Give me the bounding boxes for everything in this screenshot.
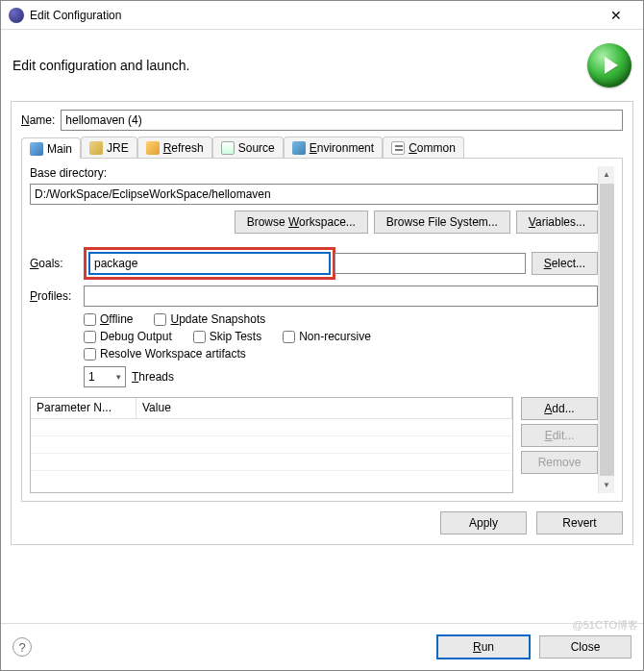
goals-input[interactable]	[89, 253, 330, 274]
offline-checkbox[interactable]: Offline	[84, 312, 133, 326]
edit-button: Edit...	[521, 424, 598, 447]
browse-filesystem-button[interactable]: Browse File System...	[374, 211, 510, 234]
environment-icon	[292, 141, 306, 155]
table-row	[31, 419, 512, 436]
close-icon[interactable]: ✕	[597, 8, 635, 23]
run-button[interactable]: Run	[437, 635, 530, 659]
select-button[interactable]: Select...	[532, 252, 598, 275]
resolve-workspace-checkbox[interactable]: Resolve Workspace artifacts	[84, 347, 577, 360]
scroll-up-icon[interactable]: ▲	[603, 166, 610, 183]
scroll-down-icon[interactable]: ▼	[603, 477, 610, 493]
apply-button[interactable]: Apply	[440, 511, 527, 534]
base-directory-input[interactable]	[30, 184, 598, 205]
remove-button: Remove	[521, 451, 598, 474]
window-title: Edit Configuration	[30, 9, 597, 22]
vertical-scrollbar[interactable]: ▲ ▼	[598, 166, 614, 493]
tab-environment[interactable]: Environment	[284, 137, 383, 158]
profiles-label: Profiles:	[30, 289, 78, 303]
skip-tests-checkbox[interactable]: Skip Tests	[193, 330, 261, 343]
variables-button[interactable]: Variables...	[516, 211, 598, 234]
add-button[interactable]: Add...	[521, 397, 598, 420]
tab-refresh[interactable]: Refresh	[137, 137, 212, 158]
tab-main[interactable]: Main	[21, 137, 81, 159]
help-icon[interactable]: ?	[12, 637, 32, 657]
table-row	[31, 436, 512, 454]
main-icon	[30, 142, 43, 156]
browse-workspace-button[interactable]: Browse Workspace...	[235, 211, 368, 234]
common-icon	[391, 141, 405, 155]
threads-label: Threads	[132, 370, 174, 384]
source-icon	[221, 141, 235, 155]
eclipse-icon	[9, 8, 24, 23]
chevron-down-icon: ▾	[116, 372, 121, 382]
table-row	[31, 454, 512, 471]
goals-label: Goals:	[30, 257, 78, 270]
goals-highlight-box	[84, 247, 335, 280]
jre-icon	[89, 141, 103, 155]
threads-combo[interactable]: 1 ▾	[84, 366, 126, 387]
name-label: Name:	[21, 113, 55, 127]
update-snapshots-checkbox[interactable]: Update Snapshots	[154, 312, 265, 326]
scroll-thumb[interactable]	[600, 184, 614, 476]
page-headline: Edit configuration and launch.	[12, 58, 587, 73]
non-recursive-checkbox[interactable]: Non-recursive	[283, 330, 371, 343]
tab-source[interactable]: Source	[212, 137, 284, 158]
name-input[interactable]	[61, 110, 623, 131]
revert-button[interactable]: Revert	[536, 511, 623, 534]
close-button[interactable]: Close	[539, 635, 632, 659]
base-directory-label: Base directory:	[30, 166, 598, 180]
watermark-text: @51CTO博客	[573, 618, 638, 633]
tab-common[interactable]: Common	[383, 137, 464, 158]
debug-output-checkbox[interactable]: Debug Output	[84, 330, 172, 343]
goals-input-extension[interactable]	[334, 253, 526, 274]
tab-jre[interactable]: JRE	[81, 137, 137, 158]
run-icon	[587, 43, 632, 87]
refresh-icon	[146, 141, 160, 155]
param-header-name[interactable]: Parameter N...	[31, 398, 136, 418]
param-header-value[interactable]: Value	[136, 398, 512, 418]
parameters-table[interactable]: Parameter N... Value	[30, 397, 513, 493]
profiles-input[interactable]	[84, 286, 598, 307]
